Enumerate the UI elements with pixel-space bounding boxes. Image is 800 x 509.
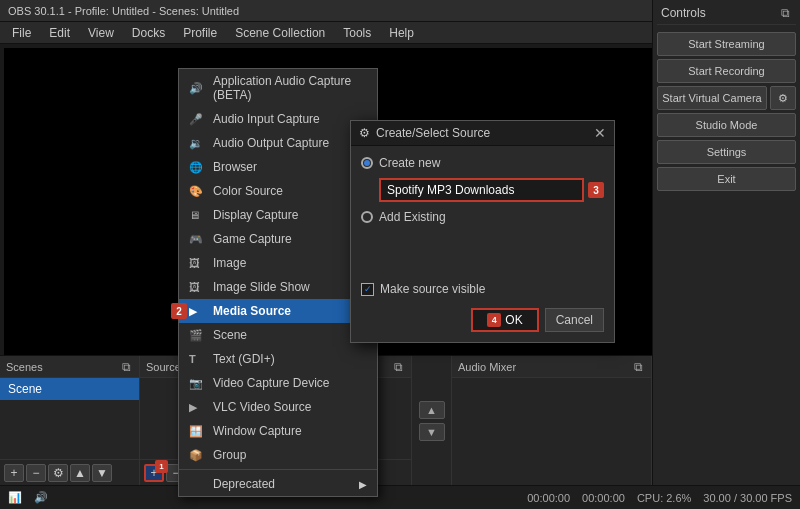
statusbar-right: 00:00:00 00:00:00 CPU: 2.6% 30.00 / 30.0… (527, 492, 792, 504)
existing-list-area (361, 232, 604, 282)
sources-add-btn[interactable]: + 1 (144, 464, 164, 482)
scenes-float-btn[interactable]: ⧉ (120, 360, 133, 374)
controls-float-btn[interactable]: ⧉ (779, 6, 792, 20)
titlebar-title: OBS 30.1.1 - Profile: Untitled - Scenes:… (8, 5, 239, 17)
ctx-text-gdi[interactable]: T Text (GDI+) (179, 347, 377, 371)
cpu-display: CPU: 2.6% (637, 492, 691, 504)
transition-col: ▲ ▼ (412, 356, 452, 485)
menu-file[interactable]: File (4, 24, 39, 42)
image-icon: 🖼 (189, 257, 205, 269)
ctx-image-slideshow[interactable]: 🖼 Image Slide Show (179, 275, 377, 299)
sources-header-icons: ⧉ (392, 360, 405, 374)
ctx-color-source[interactable]: 🎨 Color Source (179, 179, 377, 203)
create-new-radio[interactable] (361, 157, 373, 169)
trans-down-btn[interactable]: ▼ (419, 423, 445, 441)
create-select-source-dialog: ⚙ Create/Select Source ✕ Create new 3 Ad… (350, 120, 615, 343)
menu-scene-collection[interactable]: Scene Collection (227, 24, 333, 42)
sources-add-btn-wrap: + 1 (144, 464, 164, 482)
virtual-camera-settings-button[interactable]: ⚙ (770, 86, 796, 110)
scenes-down-btn[interactable]: ▼ (92, 464, 112, 482)
ctx-media-source[interactable]: 2 ▶ Media Source (179, 299, 377, 323)
ctx-image[interactable]: 🖼 Image (179, 251, 377, 275)
dialog-body: Create new 3 Add Existing Make source vi… (351, 146, 614, 342)
audio-panel: Audio Mixer ⧉ (452, 356, 652, 485)
text-icon: T (189, 353, 205, 365)
menu-profile[interactable]: Profile (175, 24, 225, 42)
scenes-footer: + − ⚙ ▲ ▼ (0, 459, 139, 485)
add-existing-radio[interactable] (361, 211, 373, 223)
step-badge-3: 3 (588, 182, 604, 198)
menu-tools[interactable]: Tools (335, 24, 379, 42)
audio-header: Audio Mixer ⧉ (452, 356, 651, 378)
add-existing-row: Add Existing (361, 210, 604, 224)
audio-float-btn[interactable]: ⧉ (632, 360, 645, 374)
ctx-display-capture[interactable]: 🖥 Display Capture (179, 203, 377, 227)
scenes-header-icons: ⧉ (120, 360, 133, 374)
controls-title: Controls ⧉ (657, 4, 796, 25)
controls-panel: Controls ⧉ Start Streaming Start Recordi… (652, 0, 800, 485)
browser-icon: 🌐 (189, 161, 205, 174)
status-icon: 📊 (8, 491, 22, 504)
app-audio-icon: 🔊 (189, 82, 205, 95)
cancel-button[interactable]: Cancel (545, 308, 604, 332)
ctx-app-audio[interactable]: 🔊 Application Audio Capture (BETA) (179, 69, 377, 107)
sources-float-btn[interactable]: ⧉ (392, 360, 405, 374)
exit-button[interactable]: Exit (657, 167, 796, 191)
ctx-audio-output[interactable]: 🔉 Audio Output Capture (179, 131, 377, 155)
scenes-add-btn[interactable]: + (4, 464, 24, 482)
make-visible-row: Make source visible (361, 282, 604, 296)
scenes-content: Scene (0, 378, 139, 459)
display-icon: 🖥 (189, 209, 205, 221)
window-icon: 🪟 (189, 425, 205, 438)
menu-docks[interactable]: Docks (124, 24, 173, 42)
menu-edit[interactable]: Edit (41, 24, 78, 42)
source-name-row: 3 (379, 178, 604, 202)
arrow-icon: ▶ (359, 479, 367, 490)
scenes-up-btn[interactable]: ▲ (70, 464, 90, 482)
dialog-titlebar: ⚙ Create/Select Source ✕ (351, 121, 614, 146)
ctx-browser[interactable]: 🌐 Browser (179, 155, 377, 179)
ok-button[interactable]: 4 OK (471, 308, 538, 332)
source-name-input[interactable] (379, 178, 584, 202)
ctx-audio-input[interactable]: 🎤 Audio Input Capture (179, 107, 377, 131)
studio-mode-button[interactable]: Studio Mode (657, 113, 796, 137)
menu-view[interactable]: View (80, 24, 122, 42)
make-visible-checkbox[interactable] (361, 283, 374, 296)
ctx-deprecated[interactable]: Deprecated ▶ (179, 472, 377, 496)
settings-button[interactable]: Settings (657, 140, 796, 164)
status-icon2: 🔊 (34, 491, 48, 504)
statusbar: 📊 🔊 00:00:00 00:00:00 CPU: 2.6% 30.00 / … (0, 485, 800, 509)
ctx-divider (179, 469, 377, 470)
add-source-context-menu: 🔊 Application Audio Capture (BETA) 🎤 Aud… (178, 68, 378, 497)
scenes-filter-btn[interactable]: ⚙ (48, 464, 68, 482)
scene-icon: 🎬 (189, 329, 205, 342)
ctx-vlc[interactable]: ▶ VLC Video Source (179, 395, 377, 419)
vlc-icon: ▶ (189, 401, 205, 414)
ctx-scene[interactable]: 🎬 Scene (179, 323, 377, 347)
mic-icon: 🎤 (189, 113, 205, 126)
step-badge-1: 1 (155, 460, 168, 473)
start-virtual-camera-button[interactable]: Start Virtual Camera (657, 86, 767, 110)
dialog-close-button[interactable]: ✕ (594, 126, 606, 140)
game-icon: 🎮 (189, 233, 205, 246)
step-badge-4: 4 (487, 313, 501, 327)
ctx-video-capture[interactable]: 📷 Video Capture Device (179, 371, 377, 395)
speaker-icon: 🔉 (189, 137, 205, 150)
group-icon: 📦 (189, 449, 205, 462)
make-visible-label: Make source visible (380, 282, 485, 296)
scene-item-scene[interactable]: Scene (0, 378, 139, 400)
time2-display: 00:00:00 (582, 492, 625, 504)
ctx-game-capture[interactable]: 🎮 Game Capture (179, 227, 377, 251)
step-badge-2: 2 (171, 303, 187, 319)
dialog-icon: ⚙ (359, 126, 370, 140)
fps-display: 30.00 / 30.00 FPS (703, 492, 792, 504)
ctx-group[interactable]: 📦 Group (179, 443, 377, 467)
media-play-icon: ▶ (189, 305, 205, 318)
trans-up-btn[interactable]: ▲ (419, 401, 445, 419)
start-streaming-button[interactable]: Start Streaming (657, 32, 796, 56)
start-recording-button[interactable]: Start Recording (657, 59, 796, 83)
camera-icon: 📷 (189, 377, 205, 390)
menu-help[interactable]: Help (381, 24, 422, 42)
ctx-window-capture[interactable]: 🪟 Window Capture (179, 419, 377, 443)
scenes-remove-btn[interactable]: − (26, 464, 46, 482)
